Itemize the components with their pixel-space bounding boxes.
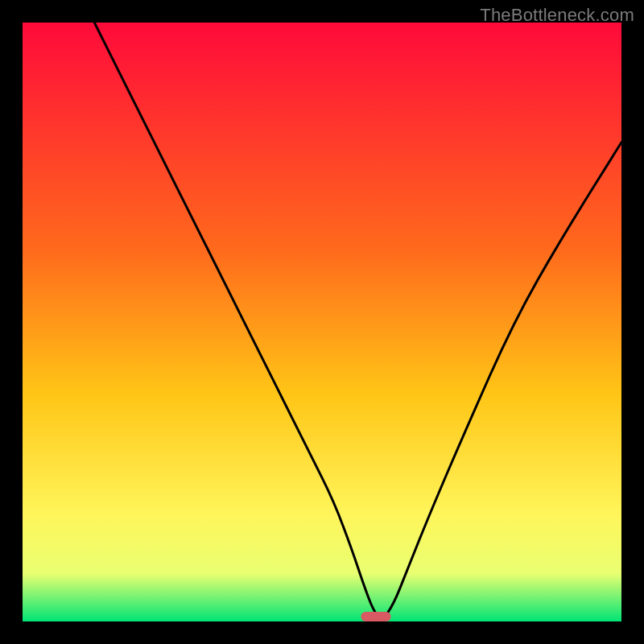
plot-background: [23, 23, 621, 621]
minimum-marker: [361, 612, 390, 621]
watermark-text: TheBottleneck.com: [480, 5, 634, 26]
chart-wrapper: TheBottleneck.com: [0, 0, 644, 644]
bottleneck-chart: [0, 0, 644, 644]
